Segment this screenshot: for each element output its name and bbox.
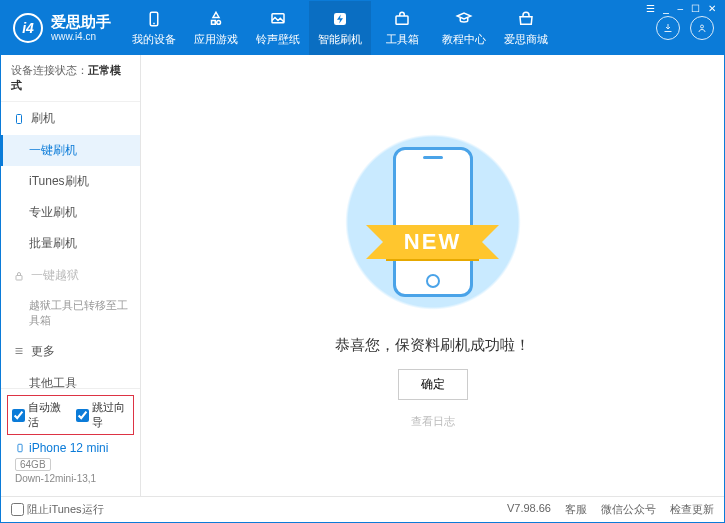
nav-label: 应用游戏 bbox=[194, 32, 238, 47]
success-illustration: NEW bbox=[333, 122, 533, 322]
connection-label: 设备连接状态： bbox=[11, 64, 88, 76]
app-name: 爱思助手 bbox=[51, 13, 111, 31]
sidebar-item-batch-flash[interactable]: 批量刷机 bbox=[1, 228, 140, 259]
checkbox-block-itunes[interactable]: 阻止iTunes运行 bbox=[11, 502, 104, 517]
titlebar-right bbox=[656, 16, 724, 40]
checkbox-auto-activate[interactable]: 自动激活 bbox=[12, 400, 66, 430]
window-controls: ☰ ⎯ – ☐ ✕ bbox=[646, 3, 716, 14]
checkbox-label: 自动激活 bbox=[28, 400, 66, 430]
close-icon[interactable]: ✕ bbox=[708, 3, 716, 14]
svg-point-5 bbox=[701, 25, 704, 28]
device-name: iPhone 12 mini bbox=[15, 441, 126, 455]
new-ribbon: NEW bbox=[386, 225, 479, 259]
section-title: 一键越狱 bbox=[31, 267, 79, 284]
minimize-icon[interactable]: – bbox=[677, 3, 683, 14]
body: 设备连接状态：正常模式 刷机 一键刷机 iTunes刷机 专业刷机 批量刷机 一… bbox=[1, 55, 724, 496]
checkbox-input[interactable] bbox=[11, 503, 24, 516]
titlebar: i4 爱思助手 www.i4.cn 我的设备 应用游戏 铃声壁纸 bbox=[1, 1, 724, 55]
download-icon[interactable] bbox=[656, 16, 680, 40]
sidebar-bottom: 自动激活 跳过向导 iPhone 12 mini 64GB Down-12min… bbox=[1, 388, 140, 496]
statusbar: 阻止iTunes运行 V7.98.66 客服 微信公众号 检查更新 bbox=[1, 496, 724, 522]
svg-rect-6 bbox=[17, 114, 22, 123]
nav-label: 铃声壁纸 bbox=[256, 32, 300, 47]
phone-icon bbox=[13, 113, 25, 125]
svg-rect-4 bbox=[396, 16, 408, 24]
lock-icon bbox=[13, 270, 25, 282]
menu-icon bbox=[13, 345, 25, 357]
settings-icon[interactable]: ☰ bbox=[646, 3, 655, 14]
logo-area: i4 爱思助手 www.i4.cn bbox=[1, 13, 123, 43]
nav-label: 教程中心 bbox=[442, 32, 486, 47]
sidebar-scroll: 刷机 一键刷机 iTunes刷机 专业刷机 批量刷机 一键越狱 越狱工具已转移至… bbox=[1, 102, 140, 388]
section-title: 刷机 bbox=[31, 110, 55, 127]
phone-icon bbox=[145, 10, 163, 28]
nav-tutorials[interactable]: 教程中心 bbox=[433, 1, 495, 55]
device-card[interactable]: iPhone 12 mini 64GB Down-12mini-13,1 bbox=[7, 435, 134, 490]
checkbox-label: 跳过向导 bbox=[92, 400, 130, 430]
sidebar-item-other-tools[interactable]: 其他工具 bbox=[1, 368, 140, 388]
nav-apps-games[interactable]: 应用游戏 bbox=[185, 1, 247, 55]
check-update-link[interactable]: 检查更新 bbox=[670, 502, 714, 517]
nav-my-device[interactable]: 我的设备 bbox=[123, 1, 185, 55]
maximize-icon[interactable]: ☐ bbox=[691, 3, 700, 14]
section-more[interactable]: 更多 bbox=[1, 335, 140, 368]
view-log-link[interactable]: 查看日志 bbox=[411, 414, 455, 429]
section-jailbreak: 一键越狱 bbox=[1, 259, 140, 292]
device-name-text: iPhone 12 mini bbox=[29, 441, 108, 455]
checkbox-input[interactable] bbox=[12, 409, 25, 422]
nav-smart-flash[interactable]: 智能刷机 bbox=[309, 1, 371, 55]
device-subtitle: Down-12mini-13,1 bbox=[15, 473, 126, 484]
logo-icon: i4 bbox=[13, 13, 43, 43]
pin-icon[interactable]: ⎯ bbox=[663, 3, 669, 14]
connection-status: 设备连接状态：正常模式 bbox=[1, 55, 140, 102]
svg-rect-11 bbox=[18, 444, 22, 452]
highlighted-options: 自动激活 跳过向导 bbox=[7, 395, 134, 435]
nav-label: 爱思商城 bbox=[504, 32, 548, 47]
checkbox-skip-guide[interactable]: 跳过向导 bbox=[76, 400, 130, 430]
apps-icon bbox=[207, 10, 225, 28]
nav-toolbox[interactable]: 工具箱 bbox=[371, 1, 433, 55]
nav-label: 工具箱 bbox=[386, 32, 419, 47]
wechat-link[interactable]: 微信公众号 bbox=[601, 502, 656, 517]
sidebar-item-oneclick-flash[interactable]: 一键刷机 bbox=[1, 135, 140, 166]
user-icon[interactable] bbox=[690, 16, 714, 40]
wallpaper-icon bbox=[269, 10, 287, 28]
main-content: NEW 恭喜您，保资料刷机成功啦！ 确定 查看日志 bbox=[141, 55, 724, 496]
phone-graphic bbox=[393, 147, 473, 297]
service-link[interactable]: 客服 bbox=[565, 502, 587, 517]
success-message: 恭喜您，保资料刷机成功啦！ bbox=[335, 336, 530, 355]
svg-rect-7 bbox=[16, 275, 22, 280]
nav-store[interactable]: 爱思商城 bbox=[495, 1, 557, 55]
app-url: www.i4.cn bbox=[51, 31, 111, 43]
flash-icon bbox=[331, 10, 349, 28]
version-label: V7.98.66 bbox=[507, 502, 551, 517]
section-title: 更多 bbox=[31, 343, 55, 360]
app-window: ☰ ⎯ – ☐ ✕ i4 爱思助手 www.i4.cn 我的设备 bbox=[0, 0, 725, 523]
nav-ringtone-wallpaper[interactable]: 铃声壁纸 bbox=[247, 1, 309, 55]
nav-label: 我的设备 bbox=[132, 32, 176, 47]
checkbox-input[interactable] bbox=[76, 409, 89, 422]
toolbox-icon bbox=[393, 10, 411, 28]
sidebar-item-itunes-flash[interactable]: iTunes刷机 bbox=[1, 166, 140, 197]
storage-badge: 64GB bbox=[15, 458, 51, 471]
sidebar-item-pro-flash[interactable]: 专业刷机 bbox=[1, 197, 140, 228]
checkbox-label: 阻止iTunes运行 bbox=[27, 502, 104, 517]
section-flash[interactable]: 刷机 bbox=[1, 102, 140, 135]
store-icon bbox=[517, 10, 535, 28]
phone-icon bbox=[15, 441, 25, 455]
main-nav: 我的设备 应用游戏 铃声壁纸 智能刷机 工具箱 bbox=[123, 1, 656, 55]
tutorial-icon bbox=[455, 10, 473, 28]
ok-button[interactable]: 确定 bbox=[398, 369, 468, 400]
nav-label: 智能刷机 bbox=[318, 32, 362, 47]
sidebar: 设备连接状态：正常模式 刷机 一键刷机 iTunes刷机 专业刷机 批量刷机 一… bbox=[1, 55, 141, 496]
jailbreak-note: 越狱工具已转移至工具箱 bbox=[1, 292, 140, 335]
